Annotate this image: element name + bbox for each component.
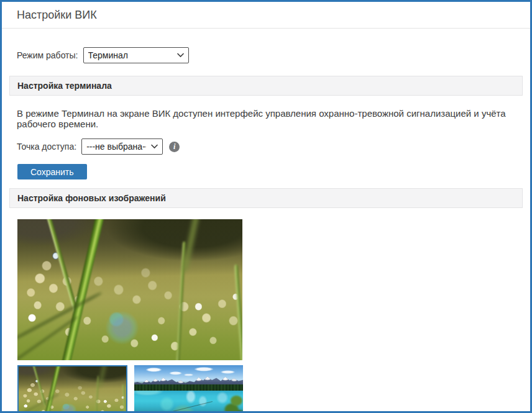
terminal-description: В режиме Терминал на экране ВИК доступен… [17, 108, 515, 129]
shore-bush [214, 391, 243, 413]
access-point-row: Точка доступа: ---не выбрана--- i [17, 138, 515, 155]
access-point-select[interactable]: ---не выбрана--- [81, 138, 163, 155]
backgrounds-section-header: Настройка фоновых изображений [9, 188, 523, 208]
forest-band [134, 384, 243, 391]
background-preview-image [17, 219, 242, 360]
grass-stem [59, 219, 108, 360]
work-mode-select-wrap: Терминал [83, 47, 189, 63]
title-divider [2, 28, 530, 29]
access-point-label: Точка доступа: [17, 142, 76, 152]
grass-stem [95, 375, 99, 413]
save-button[interactable]: Сохранить [17, 164, 87, 179]
grass-dew-photo [19, 366, 126, 413]
grass-stem [234, 264, 242, 360]
info-icon[interactable]: i [169, 142, 180, 152]
page-title: Настройки ВИК [2, 2, 530, 28]
grass-stem [17, 291, 102, 341]
grass-stem [19, 394, 59, 413]
access-point-select-wrap: ---не выбрана--- [81, 138, 163, 155]
grass-stem [42, 366, 62, 413]
thumbnail-grass-selected[interactable] [17, 365, 127, 413]
mountain-lake-photo [134, 365, 243, 413]
thumbnail-mountain-lake[interactable] [134, 365, 243, 413]
terminal-section-header: Настройка терминала [9, 76, 523, 96]
background-images-gallery [17, 219, 515, 413]
submerged-log [167, 401, 212, 413]
work-mode-select[interactable]: Терминал [83, 47, 189, 63]
grass-stem [122, 384, 126, 413]
grass-stem [98, 366, 106, 388]
grass-dew-photo [17, 219, 242, 360]
work-mode-label: Режим работы: [17, 50, 78, 60]
background-thumbnails [17, 365, 515, 413]
work-mode-row: Режим работы: Терминал [17, 47, 515, 63]
